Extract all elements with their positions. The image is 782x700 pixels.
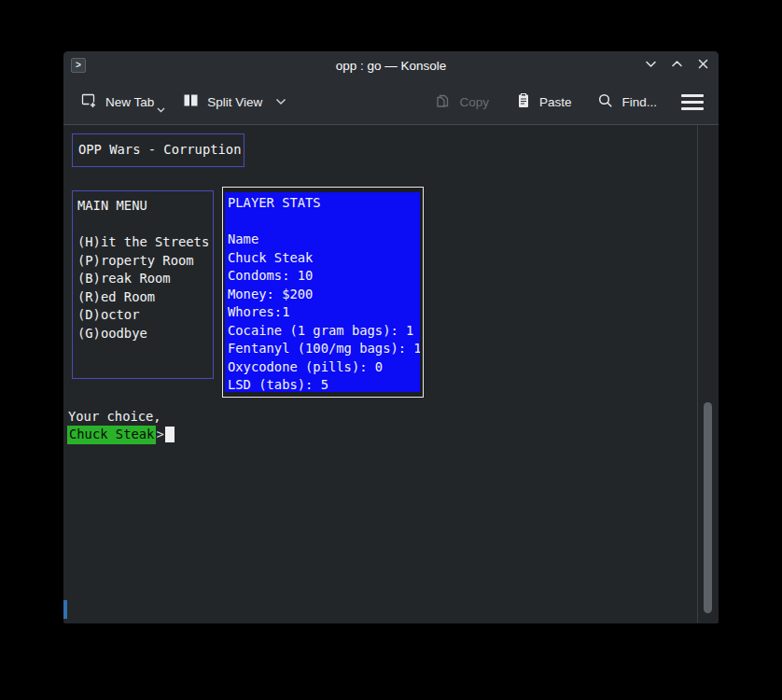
menu-item-goodbye: (G)oodbye bbox=[77, 325, 213, 343]
menu-item-property-room: (P)roperty Room bbox=[77, 252, 213, 271]
window-title: opp : go — Konsole bbox=[63, 59, 719, 73]
split-view-icon bbox=[182, 91, 200, 112]
copy-icon bbox=[435, 92, 452, 112]
terminal-cursor bbox=[165, 427, 175, 442]
new-tab-menu-caret-icon[interactable] bbox=[157, 102, 165, 116]
close-button[interactable] bbox=[696, 59, 709, 72]
copy-button[interactable]: Copy bbox=[431, 87, 493, 118]
menu-item-break-room: (B)reak Room bbox=[77, 270, 213, 288]
scroll-position-indicator bbox=[63, 600, 67, 619]
konsole-app-icon: > bbox=[71, 58, 86, 73]
paste-label: Paste bbox=[539, 95, 572, 109]
menu-item-red-room: (R)ed Room bbox=[77, 288, 213, 307]
hamburger-menu-icon[interactable] bbox=[679, 91, 705, 114]
stat-money: Money: $200 bbox=[228, 286, 420, 304]
split-view-button[interactable]: Split View bbox=[178, 86, 290, 118]
player-stats-fill: PLAYER STATS Name Chuck Steak Condoms: 1… bbox=[225, 192, 420, 392]
search-icon bbox=[597, 92, 614, 112]
scrollbar-track-divider bbox=[697, 125, 698, 623]
main-menu-title: MAIN MENU bbox=[77, 197, 213, 216]
game-title-box: OPP Wars - Corruption bbox=[72, 133, 244, 167]
konsole-window: > opp : go — Konsole bbox=[63, 51, 719, 623]
stat-whores: Whores:1 bbox=[228, 303, 420, 322]
stat-fentanyl: Fentanyl (100/mg bags): 1 bbox=[228, 340, 420, 358]
main-menu-box: MAIN MENU (H)it the Streets (P)roperty R… bbox=[72, 190, 214, 379]
stat-name-value: Chuck Steak bbox=[228, 249, 420, 268]
find-label: Find... bbox=[621, 95, 657, 109]
paste-button[interactable]: Paste bbox=[511, 87, 576, 118]
menu-item-hit-streets: (H)it the Streets bbox=[77, 233, 213, 252]
your-choice-label: Your choice, bbox=[68, 408, 161, 427]
minimize-button[interactable] bbox=[644, 59, 657, 72]
terminal-viewport[interactable]: OPP Wars - Corruption MAIN MENU (H)it th… bbox=[63, 125, 719, 623]
scrollbar-thumb[interactable] bbox=[704, 402, 712, 613]
split-view-label: Split View bbox=[207, 95, 262, 109]
prompt-line[interactable]: Chuck Steak> bbox=[67, 426, 175, 444]
player-stats-title: PLAYER STATS bbox=[228, 194, 420, 213]
game-title-text: OPP Wars - Corruption bbox=[78, 141, 241, 160]
new-tab-button[interactable]: New Tab bbox=[77, 86, 158, 118]
paste-icon bbox=[515, 92, 532, 112]
menu-item-doctor: (D)octor bbox=[77, 306, 213, 325]
stat-name-label: Name bbox=[228, 231, 420, 249]
copy-label: Copy bbox=[459, 95, 489, 109]
stat-cocaine: Cocaine (1 gram bags): 1 bbox=[228, 322, 420, 341]
chevron-up-icon bbox=[671, 57, 683, 74]
prompt-char: > bbox=[156, 426, 163, 444]
stat-condoms: Condoms: 10 bbox=[228, 267, 420, 286]
close-icon bbox=[697, 57, 709, 74]
toolbar: New Tab Split View bbox=[63, 79, 719, 125]
split-view-chevron-icon[interactable] bbox=[275, 98, 286, 105]
new-tab-icon bbox=[80, 91, 98, 112]
player-name-highlight: Chuck Steak bbox=[67, 426, 156, 444]
new-tab-label: New Tab bbox=[105, 95, 154, 109]
player-stats-box: PLAYER STATS Name Chuck Steak Condoms: 1… bbox=[222, 187, 424, 398]
stat-lsd: LSD (tabs): 5 bbox=[228, 376, 420, 392]
title-bar: > opp : go — Konsole bbox=[63, 51, 719, 79]
maximize-button[interactable] bbox=[670, 59, 683, 72]
window-controls bbox=[644, 51, 709, 79]
stat-oxycodone: Oxycodone (pills): 0 bbox=[228, 358, 420, 377]
chevron-down-icon bbox=[645, 57, 657, 74]
find-button[interactable]: Find... bbox=[593, 87, 661, 118]
